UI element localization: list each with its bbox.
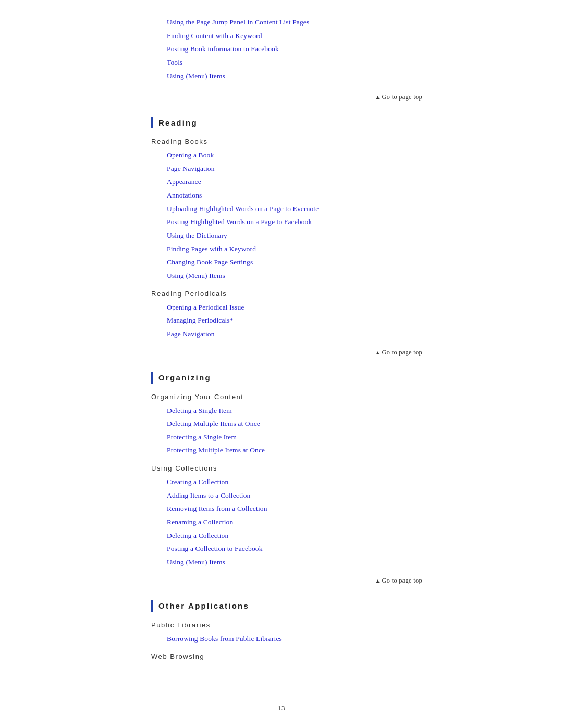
- go-to-top-3: Go to page top: [151, 576, 464, 585]
- organizing-section-header: Organizing: [151, 372, 464, 384]
- link-appearance[interactable]: Appearance: [167, 175, 464, 189]
- reading-periodicals-links: Opening a Periodical Issue Managing Peri…: [151, 301, 464, 341]
- link-uploading-highlighted[interactable]: Uploading Highlighted Words on a Page to…: [167, 202, 464, 216]
- web-browsing-group: Web Browsing: [151, 652, 464, 660]
- reading-section-title: Reading: [158, 118, 198, 127]
- page-container: Using the Page Jump Panel in Content Lis…: [0, 0, 563, 728]
- reading-periodicals-group: Reading Periodicals Opening a Periodical…: [151, 290, 464, 341]
- top-link-2[interactable]: Finding Content with a Keyword: [167, 29, 464, 43]
- link-protecting-multiple[interactable]: Protecting Multiple Items at Once: [167, 443, 464, 457]
- go-to-top-link-2[interactable]: Go to page top: [375, 349, 422, 356]
- link-using-menu-books[interactable]: Using (Menu) Items: [167, 269, 464, 282]
- reading-section-header: Reading: [151, 117, 464, 128]
- link-using-menu-collections[interactable]: Using (Menu) Items: [167, 556, 464, 569]
- top-link-4[interactable]: Tools: [167, 56, 464, 69]
- other-apps-section-header: Other Applications: [151, 600, 464, 612]
- organizing-content-group: Organizing Your Content Deleting a Singl…: [151, 393, 464, 458]
- reading-books-links: Opening a Book Page Navigation Appearanc…: [151, 149, 464, 282]
- top-link-5[interactable]: Using (Menu) Items: [167, 69, 464, 83]
- organizing-content-links: Deleting a Single Item Deleting Multiple…: [151, 404, 464, 458]
- link-changing-book-settings[interactable]: Changing Book Page Settings: [167, 255, 464, 269]
- link-finding-pages-keyword[interactable]: Finding Pages with a Keyword: [167, 242, 464, 256]
- reading-books-group: Reading Books Opening a Book Page Naviga…: [151, 138, 464, 282]
- link-opening-a-book[interactable]: Opening a Book: [167, 149, 464, 162]
- using-collections-links: Creating a Collection Adding Items to a …: [151, 475, 464, 569]
- public-libraries-title: Public Libraries: [151, 621, 464, 629]
- link-deleting-multiple[interactable]: Deleting Multiple Items at Once: [167, 417, 464, 430]
- link-managing-periodicals[interactable]: Managing Periodicals*: [167, 314, 464, 327]
- using-collections-title: Using Collections: [151, 464, 464, 472]
- go-to-top-1: Go to page top: [151, 93, 464, 101]
- link-borrowing-books[interactable]: Borrowing Books from Public Libraries: [167, 632, 464, 646]
- organizing-section-bar: [151, 372, 153, 384]
- link-opening-periodical[interactable]: Opening a Periodical Issue: [167, 301, 464, 314]
- top-link-1[interactable]: Using the Page Jump Panel in Content Lis…: [167, 16, 464, 29]
- link-deleting-single[interactable]: Deleting a Single Item: [167, 404, 464, 417]
- other-applications-section: Other Applications Public Libraries Borr…: [151, 600, 464, 661]
- reading-books-title: Reading Books: [151, 138, 464, 145]
- web-browsing-title: Web Browsing: [151, 652, 464, 660]
- link-page-navigation-books[interactable]: Page Navigation: [167, 162, 464, 176]
- link-deleting-collection[interactable]: Deleting a Collection: [167, 529, 464, 542]
- public-libraries-links: Borrowing Books from Public Libraries: [151, 632, 464, 646]
- content-area: Using the Page Jump Panel in Content Lis…: [99, 16, 464, 660]
- top-link-3[interactable]: Posting Book information to Facebook: [167, 42, 464, 56]
- link-posting-collection-facebook[interactable]: Posting a Collection to Facebook: [167, 542, 464, 556]
- link-annotations[interactable]: Annotations: [167, 189, 464, 202]
- link-protecting-single[interactable]: Protecting a Single Item: [167, 430, 464, 444]
- reading-section: Reading Reading Books Opening a Book Pag…: [151, 117, 464, 340]
- reading-periodicals-title: Reading Periodicals: [151, 290, 464, 298]
- other-apps-section-title: Other Applications: [158, 601, 249, 610]
- link-page-navigation-periodicals[interactable]: Page Navigation: [167, 327, 464, 341]
- go-to-top-link-1[interactable]: Go to page top: [375, 93, 422, 101]
- link-using-dictionary[interactable]: Using the Dictionary: [167, 229, 464, 242]
- link-removing-items[interactable]: Removing Items from a Collection: [167, 502, 464, 515]
- link-posting-highlighted[interactable]: Posting Highlighted Words on a Page to F…: [167, 215, 464, 229]
- other-apps-section-bar: [151, 600, 153, 612]
- organizing-section: Organizing Organizing Your Content Delet…: [151, 372, 464, 569]
- go-to-top-2: Go to page top: [151, 348, 464, 356]
- organizing-content-title: Organizing Your Content: [151, 393, 464, 401]
- page-number: 13: [278, 704, 285, 712]
- public-libraries-group: Public Libraries Borrowing Books from Pu…: [151, 621, 464, 646]
- link-renaming-collection[interactable]: Renaming a Collection: [167, 515, 464, 529]
- organizing-section-title: Organizing: [158, 373, 211, 382]
- top-links-section: Using the Page Jump Panel in Content Lis…: [151, 16, 464, 82]
- link-creating-collection[interactable]: Creating a Collection: [167, 475, 464, 489]
- link-adding-items[interactable]: Adding Items to a Collection: [167, 489, 464, 502]
- reading-section-bar: [151, 117, 153, 128]
- go-to-top-link-3[interactable]: Go to page top: [375, 577, 422, 584]
- using-collections-group: Using Collections Creating a Collection …: [151, 464, 464, 569]
